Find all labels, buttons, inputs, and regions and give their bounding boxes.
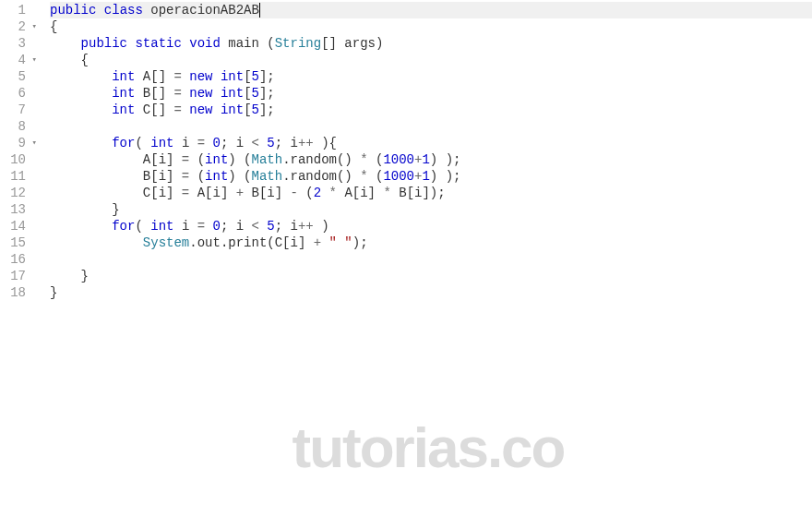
keyword: for	[112, 136, 135, 150]
op: <	[252, 219, 259, 234]
class-ref: Math	[252, 152, 283, 167]
gutter-line: 18	[4, 284, 37, 301]
fold-down-icon[interactable]: ▾	[30, 18, 37, 35]
paren: (	[267, 36, 274, 51]
fold-down-icon[interactable]: ▾	[30, 52, 37, 68]
code-line-7[interactable]: int C[] = new int[5];	[50, 102, 812, 118]
line-number: 1	[18, 2, 26, 18]
code-line-8[interactable]	[50, 118, 812, 135]
code-line-12[interactable]: C[i] = A[i] + B[i] - (2 * A[i] * B[i]);	[50, 185, 812, 201]
var: A	[197, 186, 205, 200]
code-line-1[interactable]: public class operacionAB2AB	[50, 2, 812, 18]
op: +	[236, 186, 244, 200]
semi: ;	[360, 235, 367, 250]
code-line-2[interactable]: {	[50, 18, 812, 35]
line-number: 7	[18, 102, 26, 118]
brace: }	[81, 269, 89, 283]
bracket: [	[407, 186, 414, 200]
line-number: 14	[10, 218, 26, 234]
code-line-11[interactable]: B[i] = (int) (Math.random() * (1000+1) )…	[50, 168, 812, 185]
gutter-line: 11	[4, 168, 37, 185]
code-line-17[interactable]: }	[50, 268, 812, 284]
bracket: ]	[329, 36, 337, 51]
gutter-line: 16	[4, 251, 37, 268]
var: i	[236, 136, 244, 150]
keyword: new	[189, 69, 212, 84]
class-name: operacionAB2AB	[150, 3, 259, 18]
bracket: [	[150, 102, 158, 117]
code-line-14[interactable]: for( int i = 0; i < 5; i++ )	[50, 218, 812, 234]
bracket: [	[321, 36, 328, 51]
bracket: [	[150, 186, 158, 200]
semi: ;	[267, 86, 274, 101]
code-line-5[interactable]: int A[] = new int[5];	[50, 68, 812, 85]
var: B	[143, 169, 150, 184]
var: i	[236, 219, 244, 234]
number: 5	[267, 219, 274, 234]
method-name: main	[228, 36, 259, 51]
code-area[interactable]: public class operacionAB2AB { public sta…	[44, 0, 812, 517]
keyword: new	[189, 86, 212, 101]
op: =	[182, 169, 189, 184]
paren: (	[305, 186, 313, 200]
bracket: ]	[166, 186, 173, 200]
paren: )	[430, 169, 437, 184]
line-number: 5	[18, 68, 26, 85]
line-gutter: 12▾34▾56789▾101112131415161718	[0, 0, 44, 517]
paren: )	[228, 169, 235, 184]
number: 0	[213, 136, 221, 150]
type: String	[275, 36, 321, 51]
semi: ;	[221, 219, 228, 234]
semi: ;	[453, 152, 460, 167]
code-line-10[interactable]: A[i] = (int) (Math.random() * (1000+1) )…	[50, 151, 812, 168]
gutter-line: 5	[4, 68, 37, 85]
number: 2	[314, 186, 321, 200]
code-line-18[interactable]: }	[50, 284, 812, 301]
line-number: 10	[10, 151, 26, 168]
code-line-16[interactable]	[50, 251, 812, 268]
param: args	[344, 36, 376, 51]
number: 1000	[383, 169, 414, 184]
brace: {	[329, 136, 337, 150]
gutter-line: 2▾	[4, 18, 37, 35]
var: A	[143, 152, 150, 167]
code-line-9[interactable]: for( int i = 0; i < 5; i++ ){	[50, 135, 812, 151]
paren: )	[344, 152, 352, 167]
paren: )	[352, 235, 360, 250]
var: i	[182, 136, 189, 150]
method: print	[228, 235, 267, 250]
op: =	[173, 102, 181, 117]
keyword: int	[112, 86, 135, 101]
line-number: 15	[10, 234, 26, 251]
brace: {	[50, 19, 57, 34]
code-line-13[interactable]: }	[50, 201, 812, 218]
bracket: ]	[159, 86, 166, 101]
code-line-3[interactable]: public static void main (String[] args)	[50, 35, 812, 52]
method: random	[291, 152, 337, 167]
keyword: static	[135, 36, 181, 51]
op: +	[314, 235, 321, 250]
bracket: [	[244, 69, 251, 84]
bracket: [	[282, 235, 290, 250]
fold-down-icon[interactable]: ▾	[30, 135, 37, 151]
gutter-line: 1	[4, 2, 37, 18]
keyword: class	[104, 3, 143, 18]
code-editor[interactable]: 12▾34▾56789▾101112131415161718 public cl…	[0, 0, 812, 517]
op: *	[329, 186, 337, 200]
var: A	[143, 69, 150, 84]
keyword: int	[112, 102, 135, 117]
paren: (	[135, 136, 142, 150]
bracket: ]	[159, 102, 166, 117]
bracket: ]	[166, 169, 173, 184]
paren: )	[376, 36, 383, 51]
line-number: 16	[10, 251, 26, 268]
op: *	[360, 169, 367, 184]
gutter-line: 7	[4, 102, 37, 118]
keyword: int	[150, 136, 173, 150]
code-line-6[interactable]: int B[] = new int[5];	[50, 85, 812, 102]
bracket: ]	[368, 186, 376, 200]
op: =	[197, 219, 205, 234]
var: i	[159, 152, 166, 167]
code-line-4[interactable]: {	[50, 52, 812, 68]
code-line-15[interactable]: System.out.print(C[i] + " ");	[50, 234, 812, 251]
